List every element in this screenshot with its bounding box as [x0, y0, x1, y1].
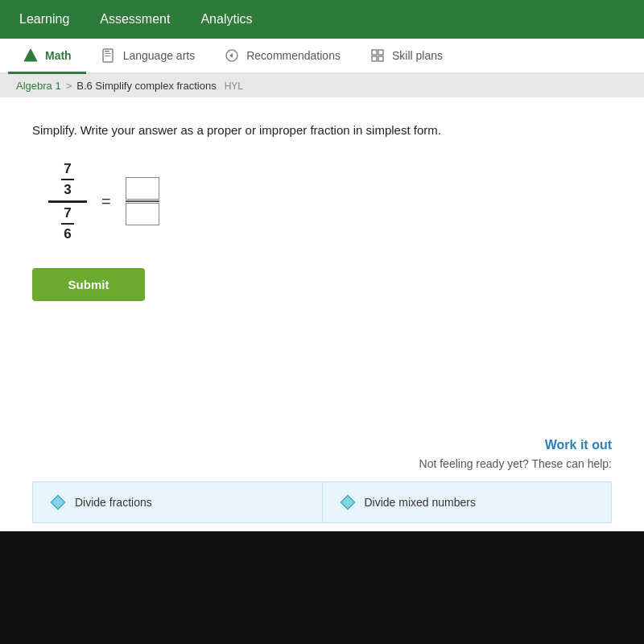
main-fraction-line — [48, 200, 87, 203]
nav-assessment[interactable]: Assessment — [97, 6, 173, 33]
tab-math[interactable]: Math — [8, 39, 86, 74]
nav-learning[interactable]: Learning — [16, 6, 72, 33]
help-links-row: Divide fractions Divide mixed numbers — [32, 481, 612, 523]
help-link-divide-fractions[interactable]: Divide fractions — [32, 481, 322, 523]
svg-marker-0 — [24, 49, 37, 61]
work-it-out-title: Work it out — [545, 438, 612, 452]
tab-language-arts[interactable]: Language arts — [86, 39, 210, 74]
question-instruction: Simplify. Write your answer as a proper … — [32, 122, 612, 138]
tab-bar: Math Language arts Recommendations — [0, 39, 644, 74]
work-it-out-section: Work it out Not feeling ready yet? These… — [0, 422, 644, 531]
frac-num-bottom: 3 — [61, 180, 74, 198]
svg-rect-2 — [105, 51, 109, 52]
nav-analytics[interactable]: Analytics — [197, 6, 255, 33]
tab-recommendations-label: Recommendations — [246, 49, 341, 62]
frac-num-top: 7 — [61, 161, 74, 180]
svg-rect-4 — [105, 56, 110, 56]
breadcrumb-separator: > — [66, 80, 72, 92]
work-it-out-subtitle: Not feeling ready yet? These can help: — [419, 457, 612, 470]
frac-den-top: 7 — [61, 205, 74, 225]
svg-rect-8 — [372, 56, 377, 61]
svg-rect-9 — [378, 56, 383, 61]
tab-language-arts-label: Language arts — [123, 49, 196, 62]
answer-denominator-input[interactable] — [126, 203, 159, 225]
tab-math-label: Math — [45, 49, 72, 62]
diamond-icon-2 — [339, 493, 357, 511]
breadcrumb-parent[interactable]: Algebra 1 — [16, 80, 61, 92]
answer-fraction — [126, 177, 159, 225]
arrow-icon — [224, 47, 240, 64]
main-content: Simplify. Write your answer as a proper … — [0, 97, 644, 422]
help-link-divide-mixed-numbers-label: Divide mixed numbers — [365, 496, 477, 509]
tab-skill-plans[interactable]: Skill plans — [355, 39, 457, 74]
svg-rect-3 — [105, 53, 111, 54]
svg-marker-13 — [342, 497, 353, 508]
equals-sign: = — [101, 192, 111, 211]
grid-icon — [369, 47, 386, 64]
help-link-divide-fractions-label: Divide fractions — [75, 496, 152, 509]
svg-rect-7 — [378, 50, 383, 55]
answer-fraction-line — [126, 200, 159, 202]
help-link-divide-mixed-numbers[interactable]: Divide mixed numbers — [322, 481, 613, 523]
answer-numerator-input[interactable] — [126, 177, 159, 200]
frac-den-bottom: 6 — [61, 225, 74, 242]
top-nav: Learning Assessment Analytics — [0, 0, 644, 39]
fraction-denominator: 7 6 — [61, 205, 74, 242]
svg-marker-11 — [52, 497, 64, 508]
diamond-icon-1 — [49, 493, 67, 511]
app-frame: Learning Assessment Analytics Math Langu… — [0, 0, 644, 644]
bottom-bar — [0, 531, 644, 644]
fraction-area: 7 3 7 6 = — [48, 161, 612, 242]
breadcrumb-code: HYL — [225, 80, 243, 92]
complex-fraction: 7 3 7 6 — [48, 161, 87, 242]
breadcrumb-current: B.6 Simplify complex fractions — [76, 80, 216, 92]
fraction-numerator: 7 3 — [61, 161, 74, 198]
triangle-icon — [23, 47, 39, 64]
svg-rect-6 — [372, 50, 377, 55]
tab-skill-plans-label: Skill plans — [392, 49, 443, 62]
book-icon — [101, 47, 117, 64]
breadcrumb: Algebra 1 > B.6 Simplify complex fractio… — [0, 74, 644, 97]
tab-recommendations[interactable]: Recommendations — [209, 39, 355, 74]
submit-button[interactable]: Submit — [32, 268, 145, 301]
